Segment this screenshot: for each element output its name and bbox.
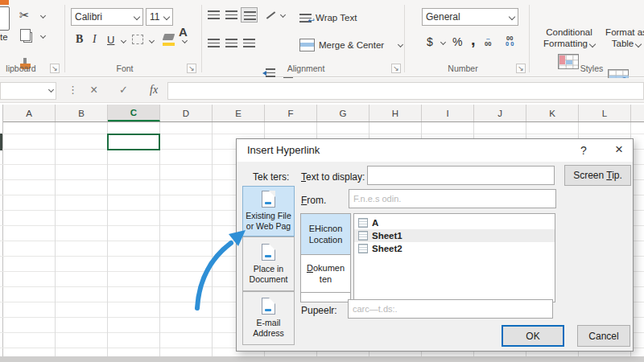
column-header-f[interactable]: F — [265, 105, 317, 121]
align-center-icon[interactable] — [225, 39, 237, 47]
address-value: carc—t.ds:. — [353, 304, 398, 314]
list-item-a[interactable]: A — [354, 216, 555, 229]
column-header-k[interactable]: K — [526, 105, 579, 121]
group-separator — [529, 5, 530, 72]
column-header-d[interactable]: D — [160, 105, 213, 121]
wrap-text-label: Wrap Text — [316, 13, 357, 23]
merge-center-label: Merge & Center — [319, 40, 384, 50]
cancel-icon[interactable]: × — [90, 83, 97, 97]
increase-decimal-digits: 00 — [485, 40, 491, 47]
borders-chevron-icon[interactable] — [149, 38, 155, 43]
merge-center-button[interactable]: Merge & Center — [299, 39, 384, 51]
separator-dots-icon[interactable]: ⋮ — [68, 84, 78, 96]
app-icon-fragment — [0, 0, 9, 5]
wrap-text-button[interactable]: ↩ Wrap Text — [299, 13, 357, 23]
cut-chevron-icon[interactable] — [40, 13, 46, 19]
comma-style-button[interactable]: , — [471, 31, 476, 49]
wrap-text-icon: ↩ — [299, 14, 312, 23]
fill-color-chevron-icon[interactable] — [182, 38, 188, 43]
screen-tip-button[interactable]: Screen Tip. — [564, 165, 631, 186]
font-name-combo[interactable]: Calibri — [71, 8, 143, 26]
selected-cell[interactable] — [107, 134, 160, 150]
enter-icon[interactable]: ✓ — [119, 84, 128, 96]
row-selection-marker — [0, 134, 2, 150]
italic-button[interactable]: I — [93, 33, 97, 46]
orientation-chevron-icon[interactable] — [280, 12, 286, 18]
dialog-title: Insert Hyperlink — [247, 144, 320, 156]
copy-chevron-icon[interactable] — [40, 33, 46, 39]
underline-button[interactable]: U — [107, 34, 114, 46]
sidebar-item-label: E-mail Address — [253, 318, 284, 339]
decrease-decimal-digits-blue: 0 0 — [506, 40, 514, 47]
column-header-l[interactable]: L — [579, 105, 631, 121]
font-size-combo[interactable]: 11 — [146, 8, 173, 26]
insert-function-button[interactable]: fx — [150, 84, 158, 97]
number-format-combo[interactable]: General — [422, 8, 518, 26]
text-to-display-input[interactable] — [367, 166, 555, 185]
font-dialog-launcher[interactable]: ↘ — [187, 64, 196, 73]
sidebar-item-label: Place in Document — [250, 264, 288, 285]
cut-icon[interactable]: ✂ — [19, 8, 30, 23]
list-item-sheet2[interactable]: Sheet2 — [354, 242, 555, 255]
column-header-j[interactable]: J — [474, 105, 526, 121]
currency-button[interactable]: $ — [427, 35, 433, 48]
cancel-button[interactable]: Cancel — [577, 325, 630, 347]
help-button[interactable]: ? — [573, 142, 594, 158]
ribbon: te ✂ lipboard ↘ Calibri 11 A B I U Font … — [0, 0, 644, 77]
bold-button[interactable]: B — [76, 33, 83, 46]
increase-decimal-button[interactable]: ↔ 00 — [485, 35, 491, 47]
paste-button[interactable] — [0, 6, 10, 31]
conditional-formatting-button[interactable]: Conditional Formatting — [533, 27, 605, 49]
formula-bar: ⋮ × ✓ fx — [0, 78, 644, 103]
group-separator — [201, 5, 202, 72]
number-dialog-launcher[interactable]: ↘ — [516, 64, 526, 73]
name-box[interactable] — [0, 82, 56, 100]
column-header-e[interactable]: E — [213, 105, 265, 121]
column-header-g[interactable]: G — [317, 105, 369, 121]
align-middle-icon[interactable] — [225, 10, 237, 19]
percent-button[interactable]: % — [452, 35, 462, 48]
copy-icon[interactable] — [23, 32, 32, 43]
borders-icon[interactable] — [132, 35, 143, 44]
fill-color-icon[interactable] — [163, 34, 175, 40]
sidebar-item-place-in-document[interactable]: Place in Document — [242, 237, 295, 291]
sheet-icon — [358, 244, 368, 253]
decrease-decimal-button[interactable]: 00 0 0 — [506, 35, 514, 47]
currency-chevron-icon[interactable] — [440, 39, 446, 45]
format-as-table-button[interactable]: Format as Table — [602, 27, 644, 49]
orientation-icon[interactable] — [266, 11, 275, 19]
list-item-sheet1[interactable]: Sheet1 — [354, 229, 555, 242]
underline-chevron-icon[interactable] — [121, 38, 126, 43]
alignment-group-label: Alignment — [266, 64, 346, 73]
alignment-dialog-launcher[interactable]: ↘ — [391, 64, 401, 73]
clipboard-dialog-launcher[interactable]: ↘ — [50, 64, 60, 73]
tab-current-location[interactable]: EHicnon Location — [301, 214, 350, 255]
place-in-document-icon — [262, 244, 275, 261]
email-address-icon — [262, 298, 275, 315]
column-header-i[interactable]: I — [422, 105, 474, 121]
merge-center-chevron-icon[interactable] — [398, 42, 403, 47]
column-header-b[interactable]: B — [56, 105, 108, 121]
group-separator — [404, 5, 405, 72]
align-bottom-icon — [244, 11, 256, 20]
align-bottom-selected[interactable] — [241, 7, 258, 23]
paste-label-partial[interactable]: te — [0, 32, 8, 42]
column-header-c-selected[interactable]: C — [108, 105, 160, 121]
formula-input[interactable] — [167, 82, 644, 100]
from-input[interactable]: F.n.e.s odin. — [349, 189, 556, 208]
align-right-icon[interactable] — [243, 39, 255, 47]
format-as-table-chevron-icon — [635, 41, 642, 47]
align-top-icon[interactable] — [208, 10, 220, 19]
sidebar-item-existing-file[interactable]: Existing File or Web Pag — [242, 186, 295, 237]
group-separator — [64, 5, 65, 72]
address-input[interactable]: carc—t.ds:. — [348, 299, 553, 319]
close-icon[interactable]: × — [609, 142, 630, 158]
sidebar-item-email-address[interactable]: E-mail Address — [242, 291, 295, 345]
column-header-a[interactable]: A — [3, 105, 56, 121]
clipboard-group-label: lipboard — [0, 64, 42, 73]
column-header-h[interactable]: H — [369, 105, 422, 121]
ok-button[interactable]: OK — [502, 325, 564, 347]
align-left-icon[interactable] — [208, 39, 220, 47]
tab-documents[interactable]: Dokumen ten — [301, 255, 350, 293]
column-header-partial — [631, 105, 644, 121]
